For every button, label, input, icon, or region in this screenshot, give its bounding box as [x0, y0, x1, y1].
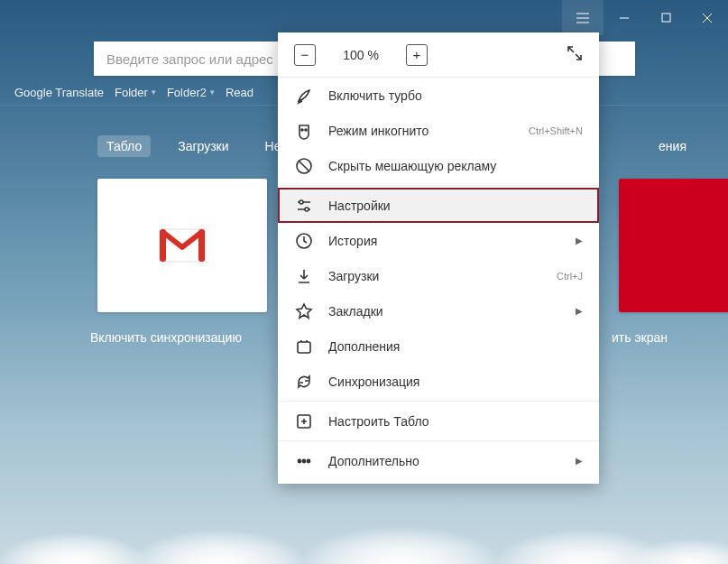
tile-red[interactable] [619, 179, 728, 312]
submenu-arrow-icon: ▶ [576, 456, 583, 466]
zoom-row: − 100 % + [278, 32, 599, 78]
bookmark-item[interactable]: Google Translate [11, 84, 107, 101]
svg-point-4 [301, 129, 303, 131]
submenu-arrow-icon: ▶ [576, 306, 583, 316]
history-icon [294, 231, 314, 251]
window-titlebar [0, 0, 728, 35]
menu-downloads[interactable]: Загрузки Ctrl+J [278, 258, 599, 293]
submenu-arrow-icon: ▶ [576, 236, 583, 245]
bookmark-folder[interactable]: Folder ▾ [111, 84, 160, 101]
add-tile-icon [294, 411, 314, 431]
sync-icon [294, 372, 314, 392]
menu-separator [278, 440, 599, 441]
hamburger-menu-button[interactable] [562, 0, 604, 35]
svg-point-14 [307, 459, 309, 462]
incognito-icon [294, 121, 314, 141]
svg-rect-10 [298, 342, 310, 353]
svg-rect-2 [160, 229, 166, 262]
window-minimize-button[interactable] [604, 0, 645, 35]
svg-rect-3 [198, 229, 205, 262]
tab-tablo[interactable]: Табло [97, 135, 151, 157]
menu-sync[interactable]: Синхронизация [278, 364, 599, 399]
caption-screen-partial[interactable]: ить экран [612, 330, 668, 345]
tab-extensions-partial[interactable]: ения [650, 135, 696, 157]
zoom-in-button[interactable]: + [406, 44, 428, 66]
bookmark-folder[interactable]: Folder2 ▾ [163, 84, 218, 101]
fullscreen-button[interactable] [567, 45, 583, 65]
more-icon [294, 451, 314, 471]
svg-point-5 [305, 129, 307, 131]
block-icon [294, 156, 314, 176]
menu-separator [278, 401, 599, 402]
hotkey-hint: Ctrl+Shift+N [529, 125, 583, 136]
menu-addons[interactable]: Дополнения [278, 328, 599, 364]
tab-downloads[interactable]: Загрузки [169, 135, 237, 157]
menu-bookmarks[interactable]: Закладки ▶ [278, 293, 599, 328]
window-maximize-button[interactable] [645, 0, 687, 35]
menu-history[interactable]: История ▶ [278, 223, 599, 258]
menu-separator [278, 185, 599, 186]
svg-point-8 [305, 208, 309, 211]
gmail-icon [158, 227, 207, 264]
zoom-value: 100 % [336, 48, 386, 62]
svg-point-12 [298, 459, 300, 462]
menu-incognito[interactable]: Режим инкогнито Ctrl+Shift+N [278, 113, 599, 148]
svg-point-13 [302, 459, 305, 462]
zoom-out-button[interactable]: − [294, 44, 316, 66]
caption-sync[interactable]: Включить синхронизацию [90, 330, 242, 345]
hotkey-hint: Ctrl+J [557, 271, 583, 282]
menu-more[interactable]: Дополнительно ▶ [278, 443, 599, 478]
svg-point-7 [299, 200, 303, 204]
addons-icon [294, 337, 314, 356]
window-close-button[interactable] [687, 0, 728, 35]
menu-hide-ads[interactable]: Скрыть мешающую рекламу [278, 148, 599, 183]
menu-turbo[interactable]: Включить турбо [278, 78, 599, 113]
menu-settings[interactable]: Настройки [278, 188, 599, 223]
address-placeholder: Введите запрос или адрес [106, 51, 273, 67]
chevron-down-icon: ▾ [152, 88, 156, 97]
tile-gmail[interactable] [97, 179, 267, 312]
rocket-icon [294, 86, 314, 106]
download-icon [294, 266, 314, 286]
chevron-down-icon: ▾ [210, 88, 215, 97]
star-icon [294, 301, 314, 321]
browser-menu-popup: − 100 % + Включить турбо Режим инкогнито… [278, 32, 599, 484]
sliders-icon [294, 196, 314, 216]
bookmark-item[interactable]: Read [222, 84, 257, 101]
menu-configure-tablo[interactable]: Настроить Табло [278, 403, 599, 439]
svg-rect-0 [662, 14, 670, 22]
